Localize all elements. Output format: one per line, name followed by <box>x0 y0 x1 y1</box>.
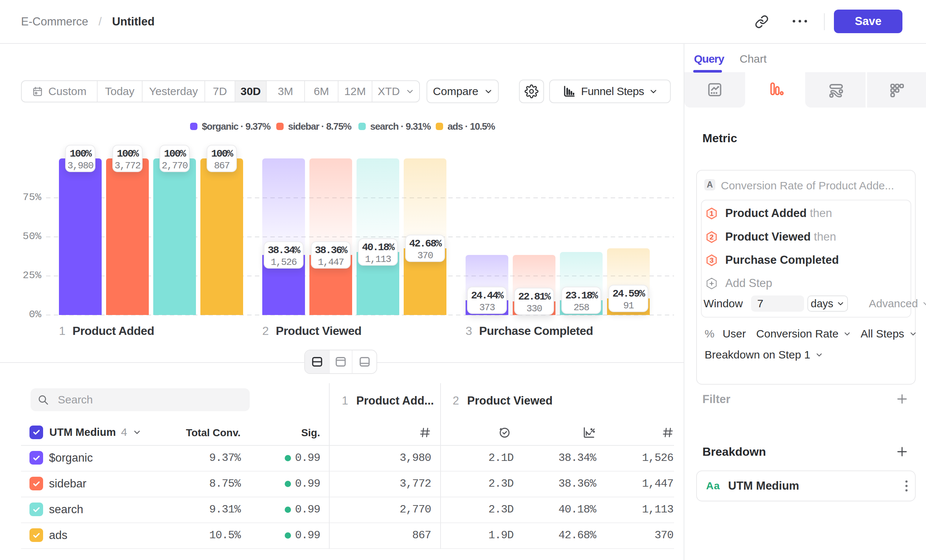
svg-text:2: 2 <box>710 233 714 241</box>
svg-text:3: 3 <box>710 256 714 264</box>
svg-text:1: 1 <box>710 210 714 217</box>
